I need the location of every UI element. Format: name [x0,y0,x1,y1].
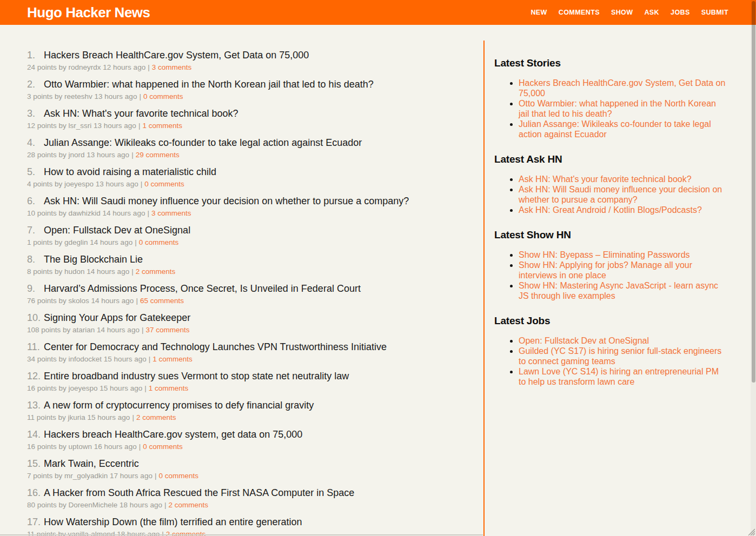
story-points-author-age: 76 points by skolos 14 hours ago [27,297,134,305]
story-comments-link[interactable]: 1 comments [142,122,182,130]
story-meta: 7 points by mr_golyadkin 17 hours ago|0 … [27,471,483,481]
story-item: 13.A new form of cryptocurrency promises… [27,399,483,423]
sidebar-story-link[interactable]: Open: Fullstack Dev at OneSignal [519,336,649,345]
story-title-link[interactable]: Center for Democracy and Technology Laun… [44,341,387,352]
story-comments-link[interactable]: 3 comments [152,63,192,71]
story-title-link[interactable]: Entire broadband industry sues Vermont t… [44,371,349,381]
story-title-link[interactable]: Ask HN: What's your favorite technical b… [44,108,238,119]
story-item: 16.A Hacker from South Africa Rescued th… [27,486,483,511]
sidebar-story-link[interactable]: Ask HN: What's your favorite technical b… [519,175,692,184]
story-item: 11.Center for Democracy and Technology L… [27,340,483,365]
story-title-link[interactable]: Open: Fullstack Dev at OneSignal [44,225,190,236]
story-item: 10.Signing Your Apps for Gatekeeper 108 … [27,311,483,336]
story-points-author-age: 11 points by jkuria 15 hours ago [27,413,130,421]
story-title-link[interactable]: Ask HN: Will Saudi money influence your … [44,196,409,206]
meta-separator: | [141,180,143,188]
story-title-link[interactable]: Hackers breach HealthCare.gov system, ge… [44,429,302,440]
story-comments-link[interactable]: 65 comments [140,297,184,305]
story-title-link[interactable]: How Watership Down (the film) terrified … [44,517,302,527]
sidebar-list-item: Ask HN: Will Saudi money influence your … [519,184,726,205]
sidebar-link-list: Show HN: Byepass – Eliminating Passwords… [494,250,726,301]
story-points-author-age: 4 points by joeyespo 13 hours ago [27,180,138,188]
sidebar-story-link[interactable]: Show HN: Byepass – Eliminating Passwords [519,250,690,259]
story-comments-link[interactable]: 29 comments [136,151,180,159]
resize-grip-icon[interactable] [747,527,755,535]
meta-separator: | [144,384,147,392]
story-title-link[interactable]: The Big Blockchain Lie [44,254,143,265]
sidebar-section-heading: Latest Show HN [494,229,726,241]
sidebar-list-item: Ask HN: What's your favorite technical b… [519,174,726,184]
story-meta: 28 points by jnord 13 hours ago|29 comme… [27,150,483,160]
story-item: 8.The Big Blockchain Lie 8 points by hud… [27,253,483,277]
story-rank: 4. [27,136,44,149]
sidebar-story-link[interactable]: Ask HN: Will Saudi money influence your … [519,185,722,204]
story-item: 3.Ask HN: What's your favorite technical… [27,107,483,131]
story-title-link[interactable]: Harvard’s Admissions Process, Once Secre… [44,283,361,294]
story-points-author-age: 3 points by reeteshv 13 hours ago [27,92,137,100]
nav-item-comments[interactable]: COMMENTS [559,9,600,16]
story-points-author-age: 8 points by hudon 14 hours ago [27,267,129,276]
sidebar-link-list: Open: Fullstack Dev at OneSignalGuilded … [494,336,726,387]
meta-separator: | [139,92,141,100]
story-rank: 11. [27,340,44,353]
story-title-link[interactable]: A Hacker from South Africa Rescued the F… [44,487,354,498]
sidebar-story-link[interactable]: Ask HN: Great Android / Kotlin Blogs/Pod… [519,205,702,215]
nav-item-new[interactable]: NEW [530,9,547,16]
page-content: 1.Hackers Breach HealthCare.gov System, … [0,25,756,536]
story-comments-link[interactable]: 2 comments [136,413,176,421]
story-list-container: 1.Hackers Breach HealthCare.gov System, … [0,25,483,536]
sidebar-story-link[interactable]: Otto Warmbier: what happened in the Nort… [519,99,716,118]
sidebar-story-link[interactable]: Lawn Love (YC S14) is hiring an entrepre… [519,367,719,386]
story-rank: 12. [27,370,44,383]
story-meta: 76 points by skolos 14 hours ago|65 comm… [27,296,483,306]
story-meta: 4 points by joeyespo 13 hours ago|0 comm… [27,179,483,190]
nav-item-ask[interactable]: ASK [644,9,659,16]
sidebar-story-link[interactable]: Hackers Breach HealthCare.gov System, Ge… [519,78,725,98]
story-meta: 108 points by atarian 14 hours ago|37 co… [27,325,483,336]
story-points-author-age: 16 points by uptown 16 hours ago [27,443,137,451]
story-meta: 16 points by joeyespo 15 hours ago|1 com… [27,383,483,394]
story-title-link[interactable]: Julian Assange: Wikileaks co-founder to … [44,137,362,148]
story-comments-link[interactable]: 0 comments [143,443,183,451]
story-comments-link[interactable]: 0 comments [158,472,198,480]
sidebar-list-item: Julian Assange: Wikileaks co-founder to … [519,119,726,139]
story-rank: 13. [27,399,44,412]
story-title-link[interactable]: Mark Twain, Eccentric [44,458,139,469]
sidebar-story-link[interactable]: Guilded (YC S17) is hiring senior full-s… [519,346,721,366]
story-rank: 9. [27,282,44,295]
nav-item-jobs[interactable]: JOBS [671,9,690,16]
story-comments-link[interactable]: 3 comments [151,209,191,217]
meta-separator: | [149,355,151,363]
story-title-link[interactable]: A new form of cryptocurrency promises to… [44,400,314,411]
site-title[interactable]: Hugo Hacker News [27,4,150,21]
story-comments-link[interactable]: 37 comments [145,326,189,334]
story-comments-link[interactable]: 2 comments [168,501,208,509]
sidebar-list-item: Hackers Breach HealthCare.gov System, Ge… [519,78,726,98]
top-nav: NEWCOMMENTSSHOWASKJOBSSUBMIT [530,9,729,16]
meta-separator: | [138,122,141,130]
sidebar-section-latest-stories: Latest Stories Hackers Breach HealthCare… [494,57,726,139]
meta-separator: | [155,472,157,480]
story-title-link[interactable]: Hackers Breach HealthCare.gov System, Ge… [44,50,309,61]
scrollbar-thumb[interactable] [752,1,755,383]
sidebar-story-link[interactable]: Show HN: Mastering Async JavaScript - le… [519,281,718,300]
story-meta: 80 points by DoreenMichele 18 hours ago|… [27,500,483,511]
scrollbar-track[interactable] [751,0,756,536]
nav-item-show[interactable]: SHOW [611,9,633,16]
story-comments-link[interactable]: 0 comments [144,180,184,188]
nav-item-submit[interactable]: SUBMIT [701,9,728,16]
sidebar-story-link[interactable]: Show HN: Applying for jobs? Manage all y… [519,260,692,280]
sidebar-story-link[interactable]: Julian Assange: Wikileaks co-founder to … [519,119,711,139]
meta-separator: | [148,63,150,71]
story-title-link[interactable]: How to avoid raising a materialistic chi… [44,166,216,177]
story-points-author-age: 108 points by atarian 14 hours ago [27,326,140,334]
story-comments-link[interactable]: 0 comments [143,92,183,100]
story-comments-link[interactable]: 2 comments [136,267,176,276]
story-title-link[interactable]: Signing Your Apps for Gatekeeper [44,312,190,323]
meta-separator: | [131,267,134,276]
story-comments-link[interactable]: 0 comments [139,238,179,246]
story-item: 9.Harvard’s Admissions Process, Once Sec… [27,282,483,306]
story-comments-link[interactable]: 1 comments [149,384,189,392]
story-comments-link[interactable]: 1 comments [152,355,193,363]
story-title-link[interactable]: Otto Warmbier: what happened in the Nort… [44,79,374,90]
